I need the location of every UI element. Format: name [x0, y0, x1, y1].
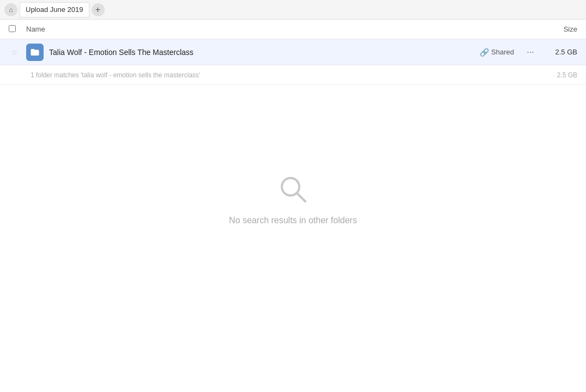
- star-icon[interactable]: ☆: [9, 47, 20, 58]
- file-row[interactable]: ☆ Talia Wolf - Emotion Sells The Masterc…: [0, 39, 586, 65]
- add-tab-icon: +: [95, 5, 100, 15]
- header-checkbox-col: [9, 25, 26, 34]
- match-info-text: 1 folder matches 'talia wolf - emotion s…: [31, 71, 545, 79]
- empty-search-icon: [276, 172, 311, 207]
- back-button[interactable]: ⌂: [4, 3, 17, 16]
- file-size-value: 2.5 GB: [545, 48, 577, 56]
- empty-state-message: No search results in other folders: [229, 216, 357, 225]
- row-checkbox-col: ☆: [9, 47, 26, 58]
- tab-bar: ⌂ Upload June 2019 +: [0, 0, 586, 20]
- tab-upload-june[interactable]: Upload June 2019: [20, 2, 89, 17]
- add-tab-button[interactable]: +: [92, 3, 105, 16]
- more-options-button[interactable]: ···: [523, 45, 538, 60]
- link-icon: 🔗: [480, 48, 489, 57]
- shared-label: Shared: [491, 48, 514, 56]
- file-name-label: Talia Wolf - Emotion Sells The Mastercla…: [49, 48, 480, 57]
- match-info-size: 2.5 GB: [545, 71, 577, 79]
- folder-icon: [26, 44, 44, 61]
- shared-badge: 🔗 Shared: [480, 48, 514, 57]
- table-header: Name Size: [0, 20, 586, 39]
- header-size-col: Size: [534, 25, 577, 33]
- match-info-row: 1 folder matches 'talia wolf - emotion s…: [0, 65, 586, 85]
- svg-line-2: [297, 193, 305, 201]
- more-dots-icon: ···: [527, 47, 534, 57]
- header-name-col: Name: [26, 25, 534, 33]
- empty-state: No search results in other folders: [0, 172, 586, 225]
- folder-svg: [30, 47, 40, 57]
- select-all-checkbox[interactable]: [9, 25, 16, 32]
- tab-title: Upload June 2019: [26, 5, 83, 14]
